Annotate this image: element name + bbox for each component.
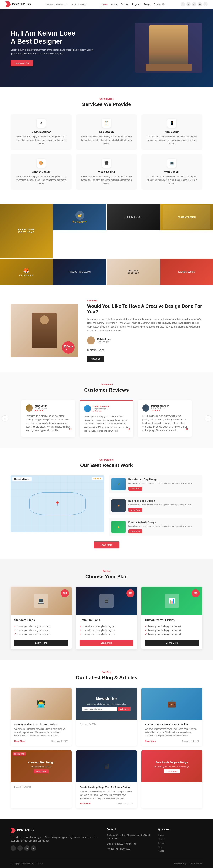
footer-link-home[interactable]: Home	[158, 833, 202, 837]
footer-link-service[interactable]: Service	[158, 841, 202, 845]
portfolio-right: 🌿 Best Garden App Design Lorem ipsum is …	[109, 475, 203, 536]
footer-link-about[interactable]: About	[158, 837, 202, 841]
footer-link-pages[interactable]: Pages	[158, 849, 202, 853]
hero-image	[135, 23, 202, 73]
nav-blogs[interactable]: Blogs	[144, 3, 150, 6]
gallery-item-2[interactable]: 👑 DYNASTY	[54, 204, 106, 230]
linkedin-icon[interactable]: in	[192, 2, 196, 6]
footer-youtube-icon[interactable]: ▶	[31, 845, 36, 851]
blog-title-5: Create Landing Page That Performs Going.…	[80, 786, 133, 788]
quote-mark-john: "	[69, 427, 71, 434]
blog-body-4: December 14 2024	[11, 782, 71, 792]
fitness-view-button[interactable]: View More	[128, 529, 143, 533]
header-contact: portfolio123@gmail.com +01 4578900012	[47, 3, 86, 5]
pricing-title: Choose Your Plan	[11, 574, 202, 580]
header-phone: +01 4578900012	[71, 3, 86, 5]
hero-cta-button[interactable]: Download CV	[11, 60, 33, 66]
testimonials-wrapper: ‹ John Smith Web Designer ★★★★★ Lorem ip…	[11, 400, 202, 437]
blog-post-3: 💼 Starting and a Career in Web Design We…	[142, 688, 202, 746]
custom-plan-button[interactable]: Learn More	[145, 640, 199, 646]
footer-linkedin-icon[interactable]: in	[24, 845, 29, 851]
logo-desc: Lorem ipsum is simply dummy text of the …	[128, 503, 192, 506]
twitter-icon[interactable]: t	[186, 2, 191, 6]
gallery-item-8[interactable]: FASHION DESIGN	[160, 258, 213, 285]
blog-readmore-1[interactable]: Read More	[14, 740, 25, 742]
gallery-item-7[interactable]: CREATIVE BUSINESS	[107, 258, 159, 285]
logo-view-button[interactable]: View More	[128, 508, 143, 512]
learn-more-button-4[interactable]: Learn More	[34, 770, 49, 773]
footer-facebook-icon[interactable]: f	[11, 845, 16, 851]
gallery-item-5[interactable]: 🦊 COMPANY	[0, 258, 53, 285]
dalmar-avatar	[142, 404, 149, 411]
david-role: Graphic Designer	[93, 408, 109, 410]
custom-image: 📊 90$	[142, 587, 202, 615]
author-avatar	[87, 336, 95, 344]
footer-terms-link[interactable]: Term & Service	[189, 863, 202, 865]
footer-privacy-link[interactable]: Privacy Policy	[174, 863, 186, 865]
services-section: Our Services Services We Provide 🖥 UI/UX…	[0, 87, 213, 200]
gallery-section: ENJOY YOUR FIRST HOME 👑 DYNASTY FITNESS …	[0, 200, 213, 289]
slider-next-button[interactable]: ›	[205, 415, 211, 422]
blog-section: Our Blog Our Latest Blog & Articles 👨‍💻 …	[0, 660, 213, 819]
gallery-item-3[interactable]: FITNESS	[107, 204, 159, 230]
blog-desc-1: We have implemented new guidelines to he…	[14, 727, 68, 738]
nav-home[interactable]: Home	[102, 3, 108, 6]
nav-contact[interactable]: Contact Us	[154, 3, 165, 6]
footer-twitter-icon[interactable]: t	[18, 845, 23, 851]
youtube-icon[interactable]: ▶	[198, 2, 202, 6]
premium-features: Lorem ipsum is simply dummy text Lorem i…	[80, 624, 133, 636]
blog-footer-5: Read More December 14 2024	[80, 802, 133, 805]
premium-name: Premium Plans	[80, 619, 133, 622]
blog-body-3: Starting and a Career in Web Design We h…	[142, 720, 202, 746]
john-name: John Smith	[35, 404, 47, 407]
about-cta-button[interactable]: About Us	[87, 355, 104, 362]
service-banner: 🎨 Banner Design Lorem ipsum is simply du…	[11, 154, 71, 190]
logo[interactable]: PORTFOLIO	[5, 1, 31, 7]
standard-plan-button[interactable]: Learn More	[14, 640, 68, 646]
premium-body: Premium Plans Lorem ipsum is simply dumm…	[76, 615, 137, 649]
testimonial-dalmar: Dalmar Johnson UI/UX Designer ★★★★★ Lore…	[138, 400, 192, 437]
blog-footer-4: December 14 2024	[14, 786, 68, 788]
learn-more-button-6[interactable]: Learn More	[164, 769, 180, 773]
gallery-label-5: 🦊 COMPANY	[0, 258, 53, 285]
video-desc: Lorem ipsum is simply dummy text of the …	[81, 175, 132, 185]
footer-social: f t in ▶	[11, 845, 99, 851]
load-more-button[interactable]: Load More	[94, 541, 120, 549]
gallery-item-4[interactable]: PORTRAIT DESIGN	[160, 204, 213, 230]
custom-feature-3: Lorem ipsum is simply dummy text	[145, 632, 199, 636]
blog-footer-1: Read More December 14 2024	[14, 740, 68, 742]
app-desc: Lorem ipsum is simply dummy text of the …	[146, 135, 198, 146]
author-signature: Kelvin Loee	[87, 348, 202, 352]
slider-prev-button[interactable]: ‹	[2, 415, 8, 422]
garden-thumb: 🌿	[112, 478, 126, 490]
blog-readmore-5[interactable]: Read More	[80, 802, 90, 805]
portfolio-left: 📍 Magnetic Glacier ★★★★★	[11, 475, 104, 536]
service-uiux: 🖥 UI/UX Designer Lorem ipsum is simply d…	[11, 114, 71, 150]
logo-text: PORTFOLIO	[12, 2, 31, 6]
custom-feature-1: Lorem ipsum is simply dummy text	[145, 624, 199, 628]
footer-about-text: Lorem ipsum is simply dummy text of the …	[11, 836, 99, 843]
nav-about[interactable]: About	[111, 3, 117, 6]
premium-plan-button[interactable]: Learn More	[80, 640, 133, 646]
garden-view-button[interactable]: View More	[128, 487, 143, 491]
app-icon: 📱	[168, 119, 176, 128]
dalmar-role: UI/UX Designer	[151, 407, 169, 409]
blog-title-3: Starting and a Career in Web Design	[145, 723, 199, 726]
testimonial-header-david: David Blablock Graphic Designer ★★★★★	[84, 405, 129, 412]
banner-title: Banner Design	[15, 170, 67, 173]
facebook-icon[interactable]: f	[181, 2, 185, 6]
footer-address: Address: One Plaza Alicia Avenue, 4th St…	[106, 833, 151, 841]
blog-readmore-3[interactable]: Read More	[145, 740, 156, 742]
pinterest-icon[interactable]: p	[204, 2, 208, 6]
newsletter-subscribe-button[interactable]: Subscribe	[118, 707, 131, 711]
gallery-item-1[interactable]: ENJOY YOUR FIRST HOME	[0, 204, 53, 258]
newsletter-email-input[interactable]	[82, 707, 117, 711]
nav-service[interactable]: Service	[121, 3, 128, 6]
gallery-item-6[interactable]: PRODUCT PACKAGING	[54, 258, 106, 285]
blog-post-4: Special Offer Know our Best Design Simpl…	[11, 750, 71, 808]
hero-description: Lorem ipsum is simply dummy text of the …	[11, 48, 96, 56]
nav-pages[interactable]: Pages ▾	[132, 3, 141, 6]
experience-badge: 20 Year Experience	[62, 341, 74, 354]
footer-link-blog[interactable]: Blog	[158, 845, 202, 849]
pricing-standard: 💻 50$ Standard Plans Lorem ipsum is simp…	[11, 587, 71, 649]
